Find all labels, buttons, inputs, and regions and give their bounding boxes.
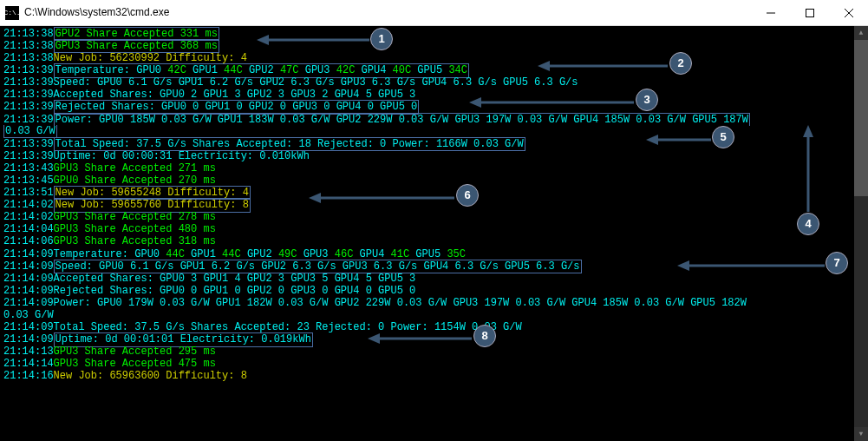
log-text: 0.03 G/W xyxy=(5,125,55,137)
annotation-badge-7: 7 xyxy=(826,252,848,274)
timestamp: 21:13:38 xyxy=(3,40,54,52)
annotation-arrow xyxy=(538,59,668,76)
log-text: Speed: GPU0 6.1 G/s GPU1 6.2 G/s GPU2 6.… xyxy=(54,76,578,89)
timestamp: 21:13:51 xyxy=(3,187,54,199)
log-text: GPU3 Share Accepted 271 ms xyxy=(54,162,216,174)
timestamp: 21:13:43 xyxy=(3,162,54,174)
annotation-badge-6: 6 xyxy=(456,184,479,207)
log-text: GPU2 Share Accepted 331 ms xyxy=(55,28,218,40)
annotation-badge-4: 4 xyxy=(797,213,819,235)
annotation-badge-2: 2 xyxy=(669,52,692,75)
annotation-badge-3: 3 xyxy=(636,89,658,111)
log-text: Total Speed: 37.5 G/s Shares Accepted: 1… xyxy=(55,138,524,150)
annotation-arrow xyxy=(799,125,817,212)
timestamp: 21:14:02 xyxy=(3,199,54,211)
timestamp: 21:14:16 xyxy=(3,370,54,382)
svg-rect-1 xyxy=(806,9,813,16)
timestamp: 21:14:09 xyxy=(3,248,54,260)
scroll-up-button[interactable]: ▲ xyxy=(854,26,868,40)
timestamp: 21:14:09 xyxy=(3,260,54,273)
scroll-down-button[interactable]: ▼ xyxy=(854,427,868,441)
log-text: Speed: GPU0 6.1 G/s GPU1 6.2 G/s GPU2 6.… xyxy=(55,260,580,273)
annotation-badge-5: 5 xyxy=(712,126,734,148)
timestamp: 21:13:45 xyxy=(3,174,54,187)
timestamp: 21:14:02 xyxy=(3,211,54,223)
annotation-arrow xyxy=(469,95,634,113)
timestamp: 21:13:39 xyxy=(3,138,54,150)
log-text: Uptime: 0d 00:01:01 Electricity: 0.019kW… xyxy=(55,333,311,346)
timestamp: 21:14:04 xyxy=(3,223,54,235)
log-text: New Job: 59655248 Difficulty: 4 xyxy=(55,187,249,199)
log-text: GPU3 Share Accepted 278 ms xyxy=(54,211,216,223)
log-text: Accepted Shares: GPU0 3 GPU1 4 GPU2 3 GP… xyxy=(54,273,416,285)
log-text: Uptime: 0d 00:00:31 Electricity: 0.010kW… xyxy=(54,150,310,162)
window-titlebar[interactable]: C:\. C:\Windows\system32\cmd.exe xyxy=(0,0,868,26)
log-text: New Job: 65963600 Difficulty: 8 xyxy=(54,370,247,382)
log-text: Power: GPU0 179W 0.03 G/W GPU1 182W 0.03… xyxy=(54,297,747,309)
timestamp: 21:14:14 xyxy=(3,358,54,370)
scrollbar[interactable]: ▲ ▼ xyxy=(854,26,868,441)
timestamp: 21:14:09 xyxy=(3,321,54,333)
log-text: GPU3 Share Accepted 318 ms xyxy=(54,235,216,247)
annotation-badge-1: 1 xyxy=(370,28,393,50)
timestamp: 21:13:39 xyxy=(3,114,54,126)
log-text: 0.03 G/W xyxy=(3,309,54,321)
timestamp: 21:13:39 xyxy=(3,64,54,76)
log-text: Rejected Shares: GPU0 0 GPU1 0 GPU2 0 GP… xyxy=(55,101,418,113)
timestamp: 21:13:39 xyxy=(3,101,54,113)
annotation-arrow xyxy=(257,33,369,50)
timestamp: 21:13:39 xyxy=(3,89,54,101)
log-text: Rejected Shares: GPU0 0 GPU1 0 GPU2 0 GP… xyxy=(54,285,416,297)
log-temp-label: Temperature: xyxy=(55,64,137,76)
timestamp: 21:13:39 xyxy=(3,150,54,162)
maximize-button[interactable] xyxy=(790,0,829,25)
timestamp: 21:14:09 xyxy=(3,333,54,346)
timestamp: 21:13:38 xyxy=(3,52,54,64)
log-text: GPU3 Share Accepted 480 ms xyxy=(54,223,216,235)
log-text: GPU3 Share Accepted 475 ms xyxy=(54,358,216,370)
timestamp: 21:13:39 xyxy=(3,76,54,89)
annotation-badge-8: 8 xyxy=(473,325,496,347)
cmd-icon: C:\. xyxy=(5,6,19,20)
timestamp: 21:14:09 xyxy=(3,273,54,285)
log-text: Power: GPU0 185W 0.03 G/W GPU1 183W 0.03… xyxy=(55,114,748,126)
scroll-thumb[interactable] xyxy=(854,40,868,196)
log-text: GPU3 Share Accepted 368 ms xyxy=(55,40,218,52)
annotation-arrow xyxy=(646,133,711,150)
minimize-button[interactable] xyxy=(751,0,790,25)
timestamp: 21:13:38 xyxy=(3,28,54,40)
terminal-output[interactable]: 21:13:38 GPU2 Share Accepted 331 ms 21:1… xyxy=(0,26,868,441)
annotation-arrow xyxy=(677,259,825,276)
timestamp: 21:14:13 xyxy=(3,346,54,358)
timestamp: 21:14:09 xyxy=(3,297,54,309)
annotation-arrow xyxy=(309,191,454,208)
log-text: GPU3 Share Accepted 295 ms xyxy=(54,346,216,358)
window-title: C:\Windows\system32\cmd.exe xyxy=(24,6,169,18)
close-button[interactable] xyxy=(829,0,868,25)
annotation-arrow xyxy=(368,332,472,349)
log-text: New Job: 59655760 Difficulty: 8 xyxy=(55,199,249,211)
timestamp: 21:14:06 xyxy=(3,235,54,247)
timestamp: 21:14:09 xyxy=(3,285,54,297)
